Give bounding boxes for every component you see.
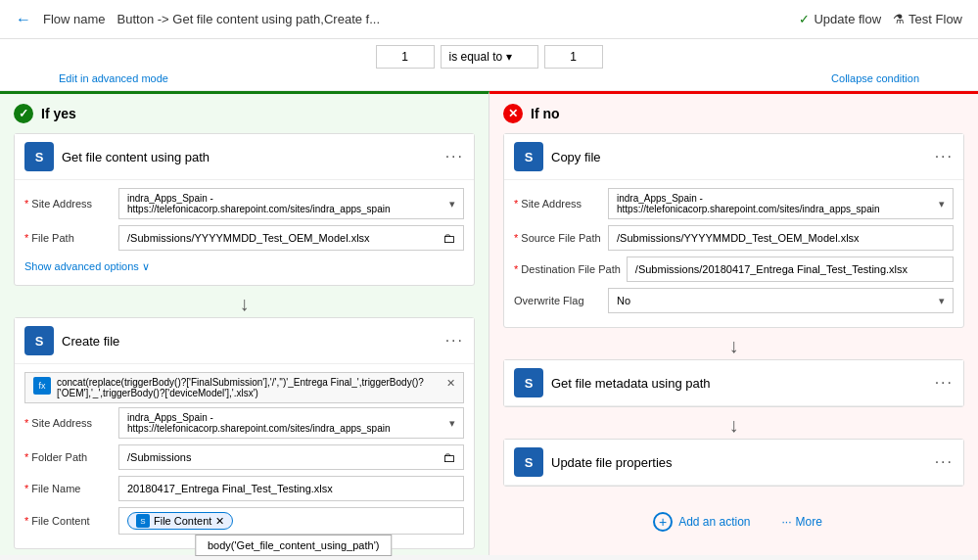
- chevron-down-icon: ▾: [449, 198, 455, 210]
- chevron-down-icon: ▾: [506, 50, 512, 64]
- get-file-content-card: S Get file content using path ··· Site A…: [14, 133, 475, 286]
- create-file-more[interactable]: ···: [445, 332, 464, 350]
- main-content: ✓ If yes S Get file content using path ·…: [0, 91, 978, 555]
- overwrite-flag-row: Overwrite Flag No ▾: [514, 288, 954, 313]
- folder-path-input[interactable]: /Submissions 🗀: [118, 444, 464, 470]
- sharepoint-icon-4: S: [514, 368, 543, 397]
- condition-operator[interactable]: is equal to ▾: [441, 45, 538, 69]
- folder-icon: 🗀: [442, 231, 455, 246]
- file-path-row-1: File Path /Submissions/YYYYMMDD_Test_OEM…: [24, 225, 464, 251]
- ellipsis-icon: ···: [782, 515, 792, 529]
- sharepoint-icon-1: S: [24, 142, 54, 171]
- flow-name-label: Flow name: [43, 12, 106, 26]
- branch-no-header: ✕ If no: [503, 104, 964, 123]
- dest-file-path-row: Destination File Path /Submissions/20180…: [514, 257, 954, 282]
- source-file-path-row: Source File Path /Submissions/YYYYMMDD_T…: [514, 225, 954, 251]
- copy-file-body: Site Address indra_Apps_Spain - https://…: [504, 180, 963, 327]
- create-file-header: S Create file ···: [15, 318, 474, 364]
- create-file-title: Create file: [62, 334, 438, 349]
- site-address-input-2[interactable]: indra_Apps_Spain - https://telefonicacor…: [118, 407, 464, 439]
- site-address-label-1: Site Address: [24, 198, 113, 210]
- copy-site-address-row: Site Address indra_Apps_Spain - https://…: [514, 188, 954, 219]
- get-file-content-header: S Get file content using path ···: [15, 134, 474, 180]
- condition-links: Edit in advanced mode Collapse condition: [0, 72, 978, 84]
- update-props-card: S Update file properties ···: [503, 439, 964, 487]
- get-file-content-body: Site Address indra_Apps_Spain - https://…: [15, 180, 474, 285]
- condition-section: 1 is equal to ▾ 1 Edit in advanced mode …: [0, 39, 978, 91]
- body-tooltip: body('Get_file_content_using_path'): [195, 535, 392, 555]
- pill-icon: S: [136, 514, 150, 528]
- get-metadata-header: S Get file metadata using path ···: [504, 360, 963, 406]
- site-address-row-1: Site Address indra_Apps_Spain - https://…: [24, 188, 464, 219]
- expression-icon: fx: [33, 377, 51, 395]
- get-file-content-title: Get file content using path: [62, 150, 438, 164]
- get-metadata-card: S Get file metadata using path ···: [503, 359, 964, 407]
- plus-icon: +: [653, 512, 673, 532]
- chevron-down-icon-3: ▾: [939, 198, 945, 210]
- get-file-content-more[interactable]: ···: [445, 148, 464, 165]
- condition-inputs: 1 is equal to ▾ 1: [0, 45, 978, 69]
- top-bar: ← Flow name Button -> Get file content u…: [0, 0, 978, 39]
- collapse-condition-link[interactable]: Collapse condition: [831, 72, 919, 84]
- folder-path-row: Folder Path /Submissions 🗀: [24, 444, 464, 470]
- folder-path-label: Folder Path: [24, 451, 113, 463]
- file-name-input[interactable]: 20180417_Entrega Final_Test_Testing.xlsx: [118, 476, 464, 501]
- file-path-input-1[interactable]: /Submissions/YYYYMMDD_Test_OEM_Model.xls…: [118, 225, 464, 251]
- branch-no: ✕ If no S Copy file ··· Site Address ind…: [489, 91, 978, 555]
- file-name-label: File Name: [24, 483, 113, 494]
- condition-value1[interactable]: 1: [376, 45, 435, 69]
- file-content-tag: S File Content ✕: [127, 512, 233, 530]
- overwrite-flag-input[interactable]: No ▾: [608, 288, 954, 313]
- overwrite-flag-label: Overwrite Flag: [514, 295, 602, 306]
- add-action-button[interactable]: + Add an action: [645, 504, 758, 539]
- dest-file-path-label: Destination File Path: [514, 263, 621, 275]
- update-props-more[interactable]: ···: [935, 453, 954, 471]
- expression-close-icon[interactable]: ✕: [446, 377, 455, 390]
- file-path-label-1: File Path: [24, 232, 113, 244]
- flow-title: Button -> Get file content using path,Cr…: [117, 12, 788, 26]
- file-content-row: File Content S File Content ✕: [24, 507, 464, 535]
- add-action-row: + Add an action ··· More: [503, 494, 964, 549]
- tag-close-icon[interactable]: ✕: [215, 515, 224, 528]
- show-advanced-options[interactable]: Show advanced options ∨: [24, 257, 464, 277]
- sharepoint-icon-2: S: [24, 326, 54, 355]
- copy-file-card: S Copy file ··· Site Address indra_Apps_…: [503, 133, 964, 328]
- source-file-path-label: Source File Path: [514, 232, 602, 244]
- get-metadata-title: Get file metadata using path: [551, 376, 927, 391]
- create-file-card: S Create file ··· fx concat(replace(trig…: [14, 317, 475, 549]
- branch-no-label: If no: [531, 106, 560, 121]
- copy-site-address-input[interactable]: indra_Apps_Spain - https://telefonicacor…: [608, 188, 954, 219]
- test-flow-button[interactable]: ⚗ Test Flow: [893, 12, 962, 26]
- chevron-down-icon-2: ▾: [449, 417, 455, 430]
- more-button[interactable]: ··· More: [782, 515, 822, 529]
- chevron-down-icon-4: ▾: [939, 295, 945, 307]
- update-flow-label: Update flow: [814, 12, 881, 26]
- file-name-row: File Name 20180417_Entrega Final_Test_Te…: [24, 476, 464, 501]
- copy-file-title: Copy file: [551, 150, 927, 164]
- update-props-header: S Update file properties ···: [504, 440, 963, 486]
- checkmark-icon: ✓: [14, 104, 33, 123]
- update-props-title: Update file properties: [551, 455, 927, 470]
- arrow-down-3: ↓: [503, 415, 964, 435]
- condition-value2[interactable]: 1: [544, 45, 603, 69]
- back-button[interactable]: ←: [16, 11, 31, 28]
- x-icon: ✕: [503, 104, 523, 123]
- edit-advanced-link[interactable]: Edit in advanced mode: [59, 72, 168, 84]
- site-address-row-2: Site Address indra_Apps_Spain - https://…: [24, 407, 464, 439]
- source-file-path-input[interactable]: /Submissions/YYYYMMDD_Test_OEM_Model.xls…: [608, 225, 954, 251]
- copy-file-more[interactable]: ···: [935, 148, 954, 165]
- get-metadata-more[interactable]: ···: [935, 374, 954, 392]
- branch-yes-header: ✓ If yes: [14, 104, 475, 123]
- copy-site-address-label: Site Address: [514, 198, 602, 210]
- expression-text: concat(replace(triggerBody()?['FinalSubm…: [57, 377, 441, 398]
- file-content-label: File Content: [24, 515, 113, 527]
- folder-icon-2: 🗀: [442, 450, 455, 465]
- dest-file-path-input[interactable]: /Submissions/20180417_Entrega Final_Test…: [627, 257, 954, 282]
- file-content-input[interactable]: S File Content ✕: [118, 507, 464, 535]
- arrow-down-1: ↓: [14, 294, 475, 313]
- site-address-label-2: Site Address: [24, 417, 113, 429]
- flask-icon: ⚗: [893, 12, 905, 26]
- expression-area: fx concat(replace(triggerBody()?['FinalS…: [24, 372, 464, 403]
- update-flow-button[interactable]: ✓ Update flow: [799, 12, 881, 26]
- site-address-input-1[interactable]: indra_Apps_Spain - https://telefonicacor…: [118, 188, 464, 219]
